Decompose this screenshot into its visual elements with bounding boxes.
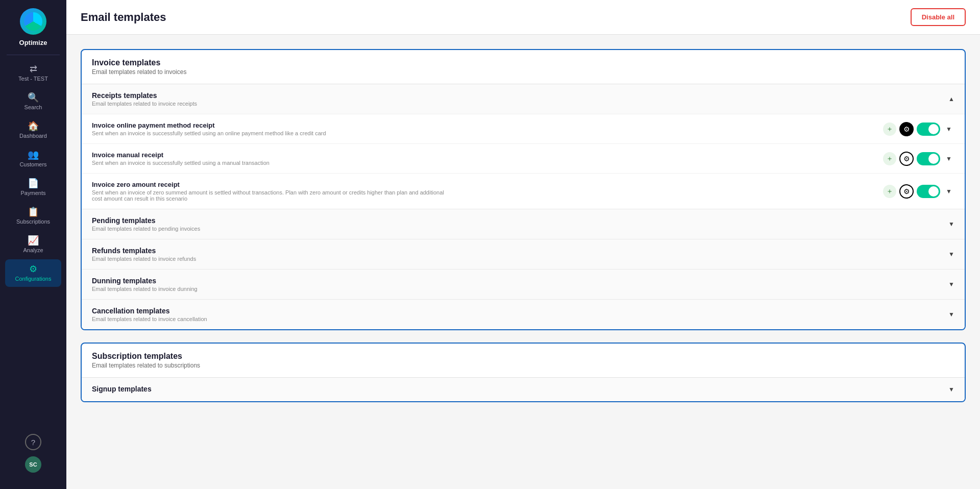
group-title-dunning: Dunning templates (92, 277, 198, 285)
template-group-header-signup[interactable]: Signup templates (82, 378, 965, 401)
sidebar-item-payments[interactable]: 📄 Payments (5, 174, 61, 201)
row-desc-online-payment: Sent when an invoice is successfully set… (92, 130, 449, 136)
chevron-receipts (948, 95, 954, 103)
group-subtitle-dunning: Email templates related to invoice dunni… (92, 286, 198, 292)
sidebar-item-dashboard[interactable]: 🏠 Dashboard (5, 116, 61, 144)
sidebar-item-customers[interactable]: 👥 Customers (5, 145, 61, 173)
sidebar-label-payments: Payments (21, 190, 46, 196)
sidebar-item-test[interactable]: ⇄ Test - TEST (5, 59, 61, 87)
template-group-receipts: Receipts templates Email templates relat… (82, 84, 965, 209)
toggle-zero-amount[interactable]: ✓ (917, 185, 940, 198)
sidebar-label-customers: Customers (19, 161, 46, 167)
toggle-manual-receipt[interactable]: ✓ (917, 152, 940, 165)
template-row-online-payment: Invoice online payment method receipt Se… (82, 114, 965, 143)
settings-button-zero-amount[interactable]: ⚙ (899, 184, 914, 199)
template-row-zero-amount: Invoice zero amount receipt Sent when an… (82, 173, 965, 209)
section-subtitle-subscription: Email templates related to subscriptions (92, 362, 954, 369)
sidebar-icon-customers: 👥 (28, 150, 39, 159)
chevron-signup (948, 386, 954, 393)
main-content: Email templates Disable all Invoice temp… (66, 0, 980, 489)
sidebar-icon-subscriptions: 📋 (28, 207, 39, 216)
page-title: Email templates (81, 11, 166, 24)
sidebar-label-dashboard: Dashboard (19, 133, 47, 139)
template-row-manual-receipt: Invoice manual receipt Sent when an invo… (82, 143, 965, 173)
section-header-subscription: Subscription templates Email templates r… (82, 344, 965, 378)
toggle-knob-zero-amount (928, 186, 939, 197)
sidebar-icon-payments: 📄 (28, 179, 39, 188)
template-group-signup: Signup templates (82, 378, 965, 401)
header: Email templates Disable all (66, 0, 980, 35)
sidebar-nav: ⇄ Test - TEST🔍 Search🏠 Dashboard👥 Custom… (0, 59, 66, 287)
dropdown-button-zero-amount[interactable]: ▼ (943, 186, 954, 197)
logo (20, 8, 46, 35)
group-title-refunds: Refunds templates (92, 247, 196, 255)
row-actions-online-payment: ＋ ⚙ ✓ ▼ (883, 122, 954, 136)
sidebar-icon-analyze: 📈 (28, 236, 39, 245)
sidebar-item-analyze[interactable]: 📈 Analyze (5, 231, 61, 258)
section-subtitle-invoice: Email templates related to invoices (92, 68, 954, 76)
section-subscription: Subscription templates Email templates r… (81, 343, 966, 402)
section-title-invoice: Invoice templates (92, 58, 954, 67)
template-group-header-dunning[interactable]: Dunning templates Email templates relate… (82, 270, 965, 299)
add-button-manual-receipt[interactable]: ＋ (883, 152, 896, 165)
disable-all-button[interactable]: Disable all (911, 8, 966, 26)
sidebar-item-subscriptions[interactable]: 📋 Subscriptions (5, 202, 61, 230)
group-title-cancellation: Cancellation templates (92, 307, 207, 315)
brand-label: Optimize (19, 39, 47, 46)
chevron-refunds (948, 251, 954, 258)
avatar[interactable]: SC (25, 456, 41, 473)
template-group-cancellation: Cancellation templates Email templates r… (82, 300, 965, 329)
toggle-online-payment[interactable]: ✓ (917, 123, 940, 136)
group-subtitle-cancellation: Email templates related to invoice cance… (92, 316, 207, 322)
toggle-knob-online-payment (928, 124, 939, 134)
group-subtitle-refunds: Email templates related to invoice refun… (92, 256, 196, 262)
content-area: Invoice templates Email templates relate… (66, 35, 980, 417)
template-group-header-receipts[interactable]: Receipts templates Email templates relat… (82, 84, 965, 114)
sidebar-item-configurations[interactable]: ⚙ Configurations (5, 259, 61, 287)
sidebar-divider-top (7, 55, 60, 55)
logo-graphic (24, 12, 42, 31)
toggle-knob-manual-receipt (928, 154, 939, 164)
template-group-pending: Pending templates Email templates relate… (82, 209, 965, 239)
section-header-invoice: Invoice templates Email templates relate… (82, 50, 965, 84)
sidebar-label-subscriptions: Subscriptions (16, 218, 50, 225)
dropdown-button-manual-receipt[interactable]: ▼ (943, 153, 954, 164)
help-icon[interactable]: ? (25, 434, 41, 450)
sidebar: Optimize ⇄ Test - TEST🔍 Search🏠 Dashboar… (0, 0, 66, 489)
sidebar-icon-dashboard: 🏠 (28, 121, 39, 131)
template-group-refunds: Refunds templates Email templates relate… (82, 239, 965, 270)
template-group-header-refunds[interactable]: Refunds templates Email templates relate… (82, 239, 965, 269)
row-desc-zero-amount: Sent when an invoice of zero summed amou… (92, 189, 449, 202)
group-subtitle-pending: Email templates related to pending invoi… (92, 226, 200, 232)
group-title-signup: Signup templates (92, 385, 152, 393)
row-name-online-payment: Invoice online payment method receipt (92, 121, 883, 129)
group-title-receipts: Receipts templates (92, 91, 197, 100)
sidebar-item-search[interactable]: 🔍 Search (5, 88, 61, 115)
group-title-pending: Pending templates (92, 216, 200, 225)
template-group-header-pending[interactable]: Pending templates Email templates relate… (82, 209, 965, 239)
group-subtitle-receipts: Email templates related to invoice recei… (92, 101, 197, 107)
row-name-manual-receipt: Invoice manual receipt (92, 151, 883, 159)
section-invoice: Invoice templates Email templates relate… (81, 49, 966, 330)
sidebar-label-test: Test - TEST (18, 76, 48, 82)
sidebar-label-search: Search (24, 104, 42, 110)
sidebar-label-analyze: Analyze (23, 247, 43, 253)
sidebar-bottom: ? SC (25, 434, 41, 481)
settings-button-manual-receipt[interactable]: ⚙ (899, 152, 914, 166)
add-button-zero-amount[interactable]: ＋ (883, 185, 896, 198)
row-name-zero-amount: Invoice zero amount receipt (92, 181, 883, 188)
sidebar-icon-configurations: ⚙ (29, 264, 37, 274)
sidebar-icon-search: 🔍 (28, 93, 39, 102)
dropdown-button-online-payment[interactable]: ▼ (943, 124, 954, 135)
chevron-pending (948, 221, 954, 228)
template-group-dunning: Dunning templates Email templates relate… (82, 270, 965, 300)
template-group-header-cancellation[interactable]: Cancellation templates Email templates r… (82, 300, 965, 329)
sidebar-label-configurations: Configurations (15, 276, 52, 282)
add-button-online-payment[interactable]: ＋ (883, 123, 896, 136)
row-actions-manual-receipt: ＋ ⚙ ✓ ▼ (883, 152, 954, 166)
settings-button-online-payment[interactable]: ⚙ (899, 122, 914, 136)
section-title-subscription: Subscription templates (92, 352, 954, 361)
sidebar-icon-test: ⇄ (30, 64, 37, 74)
template-rows-receipts: Invoice online payment method receipt Se… (82, 114, 965, 209)
row-info-manual-receipt: Invoice manual receipt Sent when an invo… (92, 151, 883, 166)
